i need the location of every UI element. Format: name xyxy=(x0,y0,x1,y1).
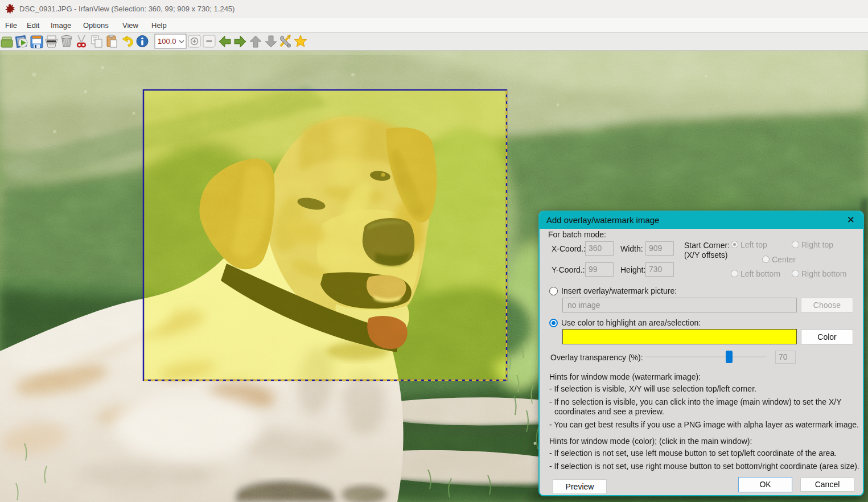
svg-text:100.0: 100.0 xyxy=(158,37,176,46)
